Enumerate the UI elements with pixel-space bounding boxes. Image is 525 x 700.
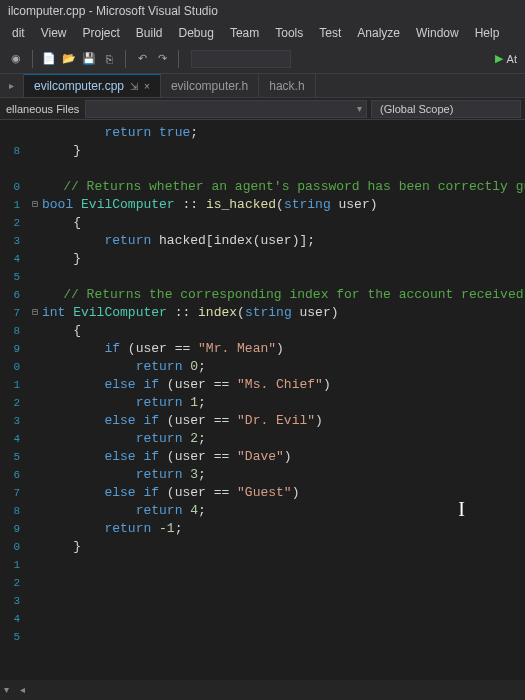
open-icon[interactable]: 📂 bbox=[61, 51, 77, 67]
text-cursor: I bbox=[458, 500, 465, 518]
tab-row: ▸ evilcomputer.cpp⇲×evilcomputer.hhack.h bbox=[0, 74, 525, 98]
code-line[interactable] bbox=[30, 628, 519, 646]
menu-item-help[interactable]: Help bbox=[467, 24, 508, 42]
code-line[interactable] bbox=[30, 574, 519, 592]
tab-scroll-icon[interactable]: ▸ bbox=[0, 74, 24, 98]
menu-item-test[interactable]: Test bbox=[311, 24, 349, 42]
code-line[interactable]: return 2; bbox=[30, 430, 519, 448]
code-line[interactable]: else if (user == "Dr. Evil") bbox=[30, 412, 519, 430]
nav-icon[interactable]: ◂ bbox=[20, 684, 32, 696]
code-line[interactable]: // Returns whether an agent's password h… bbox=[30, 178, 519, 196]
menu-item-view[interactable]: View bbox=[33, 24, 75, 42]
code-line[interactable]: else if (user == "Guest") bbox=[30, 484, 519, 502]
code-line[interactable] bbox=[30, 592, 519, 610]
code-line[interactable]: ⊟int EvilComputer :: index(string user) bbox=[30, 304, 519, 322]
code-line[interactable]: else if (user == "Ms. Chief") bbox=[30, 376, 519, 394]
code-line[interactable] bbox=[30, 556, 519, 574]
save-all-icon[interactable]: ⎘ bbox=[101, 51, 117, 67]
code-editor[interactable]: 801234567890123456789012345 return true;… bbox=[0, 120, 525, 700]
code-line[interactable]: return 3; bbox=[30, 466, 519, 484]
menu-item-build[interactable]: Build bbox=[128, 24, 171, 42]
run-label: At bbox=[507, 53, 517, 65]
code-area[interactable]: return true; } // Returns whether an age… bbox=[24, 120, 525, 700]
fold-icon[interactable]: ⊟ bbox=[30, 196, 40, 214]
menu-item-project[interactable]: Project bbox=[74, 24, 127, 42]
code-line[interactable]: return hacked[index(user)]; bbox=[30, 232, 519, 250]
code-line[interactable]: else if (user == "Dave") bbox=[30, 448, 519, 466]
code-line[interactable]: return 0; bbox=[30, 358, 519, 376]
pin-icon[interactable]: ⇲ bbox=[130, 81, 138, 92]
menu-bar: ditViewProjectBuildDebugTeamToolsTestAna… bbox=[0, 22, 525, 44]
menu-item-tools[interactable]: Tools bbox=[267, 24, 311, 42]
code-line[interactable] bbox=[30, 268, 519, 286]
menu-item-dit[interactable]: dit bbox=[4, 24, 33, 42]
tab-evilcomputer-cpp[interactable]: evilcomputer.cpp⇲× bbox=[24, 74, 161, 97]
redo-icon[interactable]: ↷ bbox=[154, 51, 170, 67]
nav-bar: ellaneous Files ▾ (Global Scope) bbox=[0, 98, 525, 120]
tab-label: evilcomputer.h bbox=[171, 79, 248, 93]
play-icon: ▶ bbox=[495, 52, 503, 65]
fold-icon[interactable]: ⊟ bbox=[30, 304, 40, 322]
menu-item-analyze[interactable]: Analyze bbox=[349, 24, 408, 42]
code-line[interactable]: { bbox=[30, 214, 519, 232]
tab-evilcomputer-h[interactable]: evilcomputer.h bbox=[161, 74, 259, 97]
save-icon[interactable]: 💾 bbox=[81, 51, 97, 67]
window-title: ilcomputer.cpp - Microsoft Visual Studio bbox=[0, 0, 525, 22]
code-line[interactable]: } bbox=[30, 250, 519, 268]
code-line[interactable]: ⊟bool EvilComputer :: is_hacked(string u… bbox=[30, 196, 519, 214]
code-line[interactable]: if (user == "Mr. Mean") bbox=[30, 340, 519, 358]
code-line[interactable]: return 4; bbox=[30, 502, 519, 520]
code-line[interactable]: { bbox=[30, 322, 519, 340]
back-icon[interactable]: ◉ bbox=[8, 51, 24, 67]
tab-label: evilcomputer.cpp bbox=[34, 79, 124, 93]
toolbar: ◉ 📄 📂 💾 ⎘ ↶ ↷ ▶ At bbox=[0, 44, 525, 74]
separator bbox=[178, 50, 179, 68]
undo-icon[interactable]: ↶ bbox=[134, 51, 150, 67]
line-gutter: 801234567890123456789012345 bbox=[0, 120, 24, 700]
run-area[interactable]: ▶ At bbox=[495, 52, 517, 65]
code-line[interactable]: } bbox=[30, 538, 519, 556]
separator bbox=[125, 50, 126, 68]
close-icon[interactable]: × bbox=[144, 81, 150, 92]
new-item-icon[interactable]: 📄 bbox=[41, 51, 57, 67]
tab-label: hack.h bbox=[269, 79, 304, 93]
nav-scope[interactable]: (Global Scope) bbox=[371, 100, 521, 118]
code-line[interactable]: return true; bbox=[30, 124, 519, 142]
code-line[interactable]: // Returns the corresponding index for t… bbox=[30, 286, 519, 304]
code-line[interactable] bbox=[30, 610, 519, 628]
code-line[interactable] bbox=[30, 160, 519, 178]
nav-project[interactable]: ellaneous Files bbox=[0, 98, 85, 119]
separator bbox=[32, 50, 33, 68]
nav-dropdown-1[interactable]: ▾ bbox=[85, 100, 367, 118]
menu-item-team[interactable]: Team bbox=[222, 24, 267, 42]
collapse-icon[interactable]: ▾ bbox=[4, 684, 16, 696]
bottom-toolbar: ▾ ◂ bbox=[0, 680, 525, 700]
tab-hack-h[interactable]: hack.h bbox=[259, 74, 315, 97]
code-line[interactable]: return 1; bbox=[30, 394, 519, 412]
code-line[interactable]: } bbox=[30, 142, 519, 160]
code-line[interactable]: return -1; bbox=[30, 520, 519, 538]
config-dropdown[interactable] bbox=[191, 50, 291, 68]
menu-item-debug[interactable]: Debug bbox=[171, 24, 222, 42]
menu-item-window[interactable]: Window bbox=[408, 24, 467, 42]
